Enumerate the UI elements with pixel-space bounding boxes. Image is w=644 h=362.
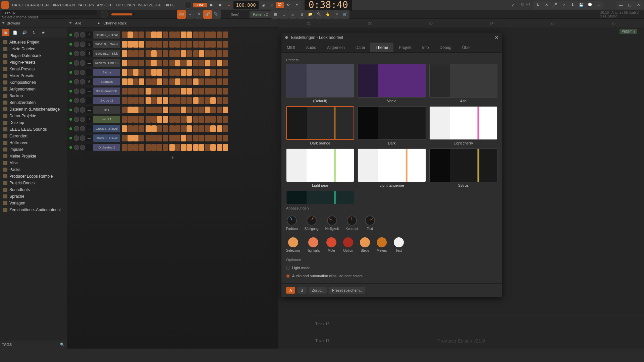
step-button[interactable] (169, 135, 175, 141)
step-button[interactable] (146, 50, 151, 57)
vol-knob[interactable] (80, 60, 85, 66)
channel-led[interactable] (69, 80, 72, 83)
vol-knob[interactable] (80, 98, 85, 103)
step-button[interactable] (181, 97, 186, 104)
channel-name-button[interactable]: Orchestral 2 (93, 144, 120, 151)
step-button[interactable] (210, 107, 216, 113)
pan-knob[interactable] (74, 107, 79, 113)
channel-number[interactable]: 2 (86, 32, 93, 38)
step-button[interactable] (151, 88, 157, 95)
countdown-button[interactable]: ⧖ (267, 1, 276, 9)
step-button[interactable] (151, 116, 157, 123)
step-button[interactable] (127, 78, 133, 85)
dialog-tab[interactable]: Projekt (393, 43, 417, 52)
knob-icon[interactable] (365, 216, 375, 226)
channel-number[interactable]: — (86, 125, 93, 132)
step-button[interactable] (139, 78, 144, 85)
pattern-selector[interactable]: Pattern 2 (250, 11, 271, 18)
step-button[interactable] (146, 32, 151, 38)
menu-item[interactable]: ANSICHT (97, 3, 113, 7)
vol-knob[interactable] (80, 145, 85, 150)
step-button[interactable] (217, 135, 222, 141)
step-button[interactable] (139, 50, 144, 57)
step-button[interactable] (122, 78, 127, 85)
step-button[interactable] (127, 107, 133, 113)
step-button[interactable] (193, 88, 199, 95)
step-button[interactable] (210, 32, 216, 38)
pan-knob[interactable] (74, 117, 79, 122)
search-icon[interactable]: 🔍 (60, 343, 65, 347)
adjustment-knob[interactable]: Text (365, 216, 375, 231)
theme-preset[interactable]: Sytrus (429, 148, 497, 187)
browser-item[interactable]: Producer Loops Rumble (0, 173, 67, 180)
vol-knob[interactable] (80, 126, 85, 131)
plugin-button[interactable]: 🔌 (315, 10, 323, 19)
step-button[interactable] (163, 135, 168, 141)
step-button[interactable] (169, 50, 175, 57)
step-button[interactable] (169, 116, 175, 123)
piano-roll-button[interactable]: ♫ (280, 10, 288, 19)
step-button[interactable] (127, 135, 133, 141)
step-button[interactable] (127, 125, 133, 132)
close-all-button[interactable]: ✕ (332, 10, 341, 19)
browser-tab-all[interactable]: ▣ (2, 29, 9, 36)
adjustment-knob[interactable]: Sättigung (304, 216, 318, 231)
step-button[interactable] (151, 69, 157, 76)
step-button[interactable] (151, 97, 157, 104)
browser-item[interactable]: Plugin-Presets (0, 59, 67, 66)
step-button[interactable] (122, 88, 127, 95)
step-button[interactable] (127, 116, 133, 123)
step-button[interactable] (205, 125, 210, 132)
menu-item[interactable]: BEARBEITEN (25, 3, 49, 7)
step-button[interactable] (127, 88, 133, 95)
knob-icon[interactable] (327, 216, 337, 226)
step-button[interactable] (217, 88, 222, 95)
channel-name-button[interactable]: Gross B...x level (93, 134, 120, 142)
compare-b-button[interactable]: B (297, 287, 306, 294)
step-button[interactable] (133, 88, 139, 95)
step-button[interactable] (181, 69, 186, 76)
snap-selector[interactable]: (leer) (231, 12, 239, 16)
step-button[interactable] (122, 135, 127, 141)
vol-knob[interactable] (80, 32, 85, 38)
browser-list[interactable]: Aktuelles ProjektLetzte DateienPlugin-Da… (0, 38, 67, 341)
main-volume-knob[interactable] (101, 11, 108, 18)
step-button[interactable] (122, 144, 127, 151)
browser-item[interactable]: Backup (0, 93, 67, 99)
color-swatch[interactable]: Steps (360, 237, 370, 252)
radio-off-icon[interactable] (286, 266, 290, 270)
browser-item[interactable]: Misc (0, 160, 67, 166)
reset-button[interactable]: Zurüc.. (309, 287, 327, 294)
step-button[interactable] (199, 97, 204, 104)
record-button[interactable]: ● (225, 1, 233, 9)
step-button[interactable] (157, 69, 162, 76)
song-mode-button[interactable]: SONG (193, 3, 207, 7)
step-button[interactable] (217, 97, 222, 104)
step-button[interactable] (122, 107, 127, 113)
pan-knob[interactable] (74, 79, 79, 84)
step-button[interactable] (133, 60, 139, 66)
step-button[interactable] (139, 116, 144, 123)
step-button[interactable] (122, 97, 127, 104)
step-button[interactable] (157, 97, 162, 104)
channel-name-button[interactable]: sek #2 (93, 116, 120, 123)
theme-preset[interactable]: Ash (429, 64, 497, 103)
vol-knob[interactable] (80, 51, 85, 56)
pan-knob[interactable] (74, 51, 79, 56)
channel-row[interactable]: 6BooBass (67, 77, 278, 86)
browser-item[interactable]: EEEE EEEE Sounds (0, 126, 67, 133)
channel-number[interactable]: 3 (86, 41, 93, 48)
color-circle[interactable] (377, 237, 387, 247)
channel-row[interactable]: —Sytrus #2 (67, 96, 278, 105)
browser-item[interactable]: Dateien in d..wischenablage (0, 106, 67, 113)
step-button[interactable] (175, 78, 180, 85)
step-button[interactable] (157, 32, 162, 38)
dialog-tab[interactable]: MIDI (281, 43, 301, 52)
step-button[interactable] (146, 97, 151, 104)
color-swatch[interactable]: Text (394, 237, 404, 252)
step-button[interactable] (163, 32, 168, 38)
browser-tab-3[interactable]: 🔊 (21, 29, 28, 36)
step-button[interactable] (199, 78, 204, 85)
step-button[interactable] (146, 107, 151, 113)
channel-led[interactable] (69, 99, 72, 102)
